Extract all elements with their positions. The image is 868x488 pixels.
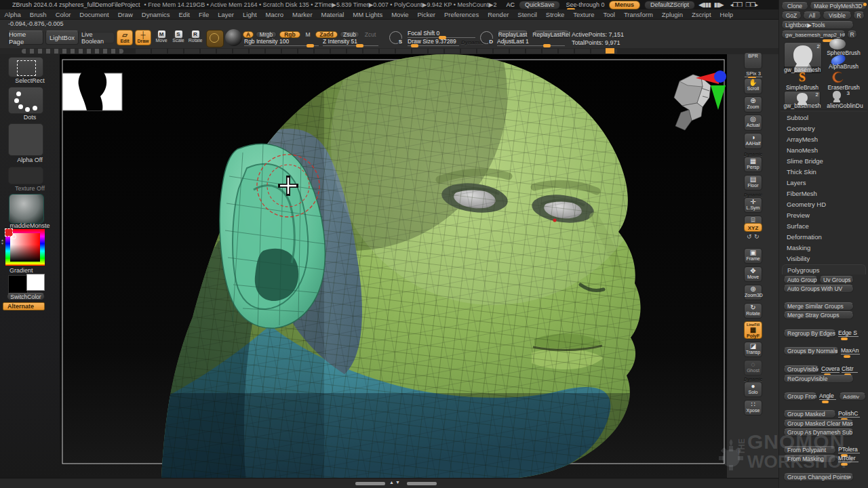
scale-mode-button[interactable]: S Scale xyxy=(171,30,186,45)
draw-size-slider[interactable]: Draw Size 9.37289 xyxy=(408,39,459,47)
stack-left-icon[interactable]: ◂❐❐ xyxy=(730,1,743,8)
angle-slider[interactable]: Angle xyxy=(819,392,836,400)
rotate-camera-button[interactable]: ↻Rotate xyxy=(744,303,762,319)
tray-scroll-arrows[interactable]: ▲▼ xyxy=(1,239,4,245)
texture-off-button[interactable] xyxy=(8,167,43,184)
edit-mode-button[interactable]: ▱ Edit xyxy=(117,30,133,45)
spherebrush-icon[interactable] xyxy=(829,39,846,49)
polishc-slider[interactable]: PolishC xyxy=(838,410,860,418)
menu-edit[interactable]: Edit xyxy=(174,10,194,19)
section-deformation[interactable]: Deformation xyxy=(782,232,866,242)
auto-groups-button[interactable]: Auto Groups xyxy=(783,276,818,284)
group-as-dynamesh-sub-button[interactable]: Group As Dynamesh Sub xyxy=(783,428,854,436)
spix-slider[interactable]: SPix 3 xyxy=(745,70,762,77)
menu-layer[interactable]: Layer xyxy=(214,10,239,19)
color-picker[interactable] xyxy=(5,229,45,266)
silhouette-preview[interactable] xyxy=(62,67,122,110)
section-nanomesh[interactable]: NanoMesh xyxy=(782,145,866,155)
alpha-off-button[interactable] xyxy=(8,123,43,156)
see-through-slider[interactable]: See-through 0 xyxy=(566,1,604,8)
gradient-label[interactable]: Gradient xyxy=(0,267,60,274)
menu-texture[interactable]: Texture xyxy=(569,10,599,19)
rotate-y-icon[interactable]: ↺ xyxy=(747,233,752,240)
divider-left-icon[interactable]: ◀▮▮▮ xyxy=(698,1,711,8)
clstr-slider[interactable]: Clstr xyxy=(842,365,858,373)
rotate-mode-button[interactable]: R Rotate xyxy=(188,30,203,45)
tray-toggle-arrows[interactable]: ▲▼ xyxy=(389,480,401,485)
groups-by-normals-dot[interactable] xyxy=(835,350,837,352)
menu-transform[interactable]: Transform xyxy=(619,10,657,19)
menu-help[interactable]: Help xyxy=(715,10,738,19)
from-masking-button[interactable]: From Masking xyxy=(783,455,836,463)
all-button[interactable]: All xyxy=(803,12,821,20)
xyz-button[interactable]: XYZ xyxy=(744,223,762,232)
zcut-chip[interactable]: Zcut xyxy=(362,31,378,38)
maxan-handle[interactable] xyxy=(844,355,850,358)
regroupvisible-button[interactable]: ReGroupVisible xyxy=(783,375,854,383)
persp-button[interactable]: ▦Persp xyxy=(744,157,762,172)
zsub-chip[interactable]: Zsub xyxy=(340,31,359,38)
section-visibility[interactable]: Visibility xyxy=(782,253,866,264)
rgb-intensity-handle[interactable] xyxy=(307,44,314,47)
tray-handle-left[interactable] xyxy=(355,482,385,485)
secondary-color-swatch[interactable] xyxy=(26,274,45,291)
merge-similar-groups-button[interactable]: Merge Similar Groups xyxy=(783,302,854,310)
polyframe-button[interactable]: LineFill▦PolyF xyxy=(744,321,762,339)
menu-marker[interactable]: Marker xyxy=(288,10,317,19)
live-boolean-button[interactable]: Live Boolean xyxy=(81,32,115,43)
z-intensity-slider[interactable]: Z Intensity 51 xyxy=(323,39,378,47)
rgb-chip[interactable]: Rgb xyxy=(279,31,300,38)
alpha-picker-button[interactable]: D xyxy=(480,31,493,44)
home-page-button[interactable]: Home Page xyxy=(8,30,43,45)
goz-button[interactable]: GoZ xyxy=(781,12,802,20)
mtoler-slider[interactable]: MToler xyxy=(838,455,859,462)
merge-stray-groups-button[interactable]: Merge Stray Groups xyxy=(783,311,854,319)
menu-stencil[interactable]: Stencil xyxy=(513,10,542,19)
menu-stroke[interactable]: Stroke xyxy=(541,10,568,19)
ghost-button[interactable]: ◌Ghost xyxy=(744,360,762,375)
material-channel-chip[interactable]: A xyxy=(243,31,254,38)
frame-button[interactable]: ▣Frame xyxy=(744,248,762,264)
menu-draw[interactable]: Draw xyxy=(113,10,137,19)
group-front-button[interactable]: Group Front xyxy=(783,392,817,401)
menu-macro[interactable]: Macro xyxy=(261,10,288,19)
visible-button[interactable]: Visible xyxy=(823,12,852,20)
menu-brush[interactable]: Brush xyxy=(25,10,51,19)
default-zscript-button[interactable]: DefaultZScript xyxy=(644,1,695,9)
section-polygroups[interactable]: Polygroups xyxy=(782,264,866,274)
clone-button[interactable]: Clone xyxy=(781,2,808,10)
transp-button[interactable]: ◪Transp xyxy=(744,342,762,357)
alternate-button[interactable]: Alternate xyxy=(3,302,45,310)
adjust-last-slider[interactable]: AdjustLast 1 xyxy=(497,39,565,47)
viewport-3d[interactable] xyxy=(60,54,727,478)
groups-changed-dot[interactable] xyxy=(848,476,851,479)
from-polypaint-button[interactable]: From Polypaint xyxy=(783,446,836,454)
menu-movie[interactable]: Movie xyxy=(387,10,413,19)
simplebrush-icon[interactable]: S xyxy=(794,71,810,83)
actual-button[interactable]: ◎Actual xyxy=(744,115,762,131)
bpr-button[interactable]: BPR xyxy=(744,52,762,69)
aliengoblin-thumbnail[interactable]: 3 xyxy=(829,90,844,102)
replay-last-button[interactable]: ReplayLast xyxy=(497,30,528,38)
menu-dynamics[interactable]: Dynamics xyxy=(137,10,174,19)
menu-mm-lights[interactable]: MM Lights xyxy=(349,10,387,19)
section-geometry[interactable]: Geometry xyxy=(782,123,866,134)
section-preview[interactable]: Preview xyxy=(782,210,866,220)
section-subtool[interactable]: Subtool xyxy=(782,113,866,123)
covera-slider[interactable]: Covera xyxy=(821,365,840,373)
uv-groups-button[interactable]: Uv Groups xyxy=(819,276,854,284)
switch-color-button[interactable]: SwitchColor xyxy=(7,293,45,300)
viewport[interactable] xyxy=(60,54,727,478)
material-thumbnail[interactable] xyxy=(9,194,44,224)
menu-material[interactable]: Material xyxy=(317,10,349,19)
current-color-swatch[interactable] xyxy=(5,228,13,237)
make-polymesh3d-button[interactable]: Make PolyMesh3D xyxy=(810,2,867,10)
menu-preferences[interactable]: Preferences xyxy=(439,10,483,19)
menu-zscript[interactable]: Zscript xyxy=(688,10,716,19)
groups-changed-points-button[interactable]: Groups Changed Points xyxy=(783,473,854,481)
aahalf-button[interactable]: ◑AAHalf xyxy=(744,133,762,149)
replay-last-rel-button[interactable]: ReplayLastRel xyxy=(533,30,570,38)
maxan-slider[interactable]: MaxAn xyxy=(841,347,860,354)
scroll-button[interactable]: ✋Scroll xyxy=(744,78,762,94)
auto-groups-with-uv-button[interactable]: Auto Groups With UV xyxy=(783,285,854,293)
